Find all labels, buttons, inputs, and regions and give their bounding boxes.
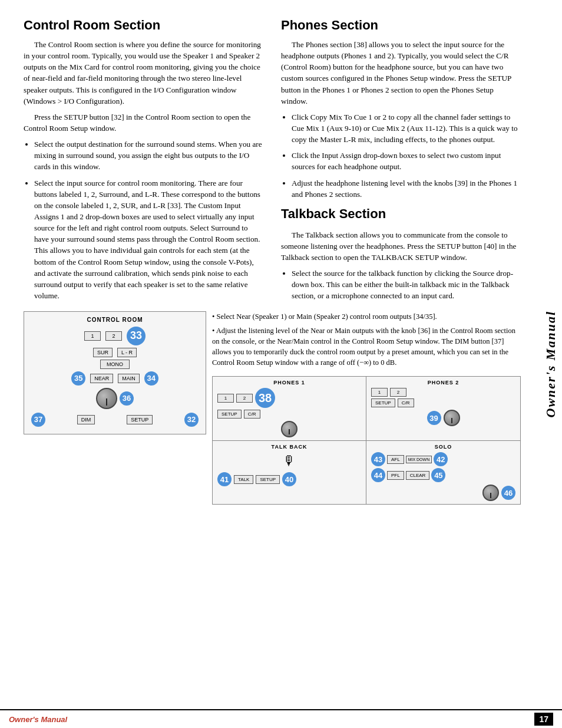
- phones-bullet-3: Adjust the headphone listening level wit…: [292, 177, 521, 200]
- control-room-bullets: Select the output destination for the su…: [34, 139, 263, 301]
- solo-badge-44: 44: [371, 468, 385, 482]
- cr-knob-36[interactable]: [96, 388, 117, 409]
- cr-btn-1[interactable]: 1: [84, 331, 101, 341]
- cr-btn-lr[interactable]: L - R: [117, 348, 137, 357]
- ph2-btn-1[interactable]: 1: [371, 388, 388, 397]
- talkback-solo-row: TALK BACK 🎙 41 TALK SETUP 40 SOLO: [213, 441, 520, 504]
- main-content: Control Room Section The Control Room se…: [24, 18, 544, 307]
- phones1-setup-cr: SETUP C/R: [217, 410, 361, 419]
- control-room-diagram: CONTROL ROOM 1 2 33 SUR L - R MONO: [24, 311, 206, 505]
- phones-outer-diagram: PHONES 1 1 2 38 SETUP C/R: [212, 376, 521, 505]
- control-room-body: The Control Room section is where you de…: [24, 39, 263, 301]
- cr-badge-37: 37: [31, 413, 45, 427]
- cr-row-1-2: 1 2 33: [29, 327, 201, 345]
- tb-badge-41: 41: [217, 472, 232, 486]
- phones-bullet-2: Click the Input Assign drop-down boxes t…: [292, 150, 521, 172]
- cr-btn-main[interactable]: MAIN: [118, 374, 140, 383]
- tb-badge-40: 40: [282, 472, 296, 486]
- phones2-knob[interactable]: [444, 410, 460, 426]
- phones-top-row: PHONES 1 1 2 38 SETUP C/R: [213, 377, 520, 441]
- cr-badge-34: 34: [144, 371, 158, 386]
- phones2-title: PHONES 2: [371, 380, 515, 386]
- cr-btn-dim[interactable]: DIM: [77, 415, 95, 424]
- phones1-title: PHONES 1: [217, 380, 361, 386]
- sidebar-label: Owner's Manual: [540, 0, 562, 728]
- solo-badge-46: 46: [501, 486, 515, 500]
- mic-icon: 🎙: [217, 453, 361, 469]
- diagram-text-bullet-1: • Select Near (Speaker 1) or Main (Speak…: [212, 311, 521, 322]
- phones2-knob-row: 39: [371, 410, 515, 426]
- page-container: Owner's Manual Control Room Section The …: [0, 0, 562, 728]
- diagram-text: • Select Near (Speaker 1) or Main (Speak…: [212, 311, 521, 372]
- solo-pfl-row: 44 PFL CLEAR 45: [371, 468, 515, 482]
- phones-body: The Phones section [38] allows you to se…: [281, 39, 521, 302]
- solo-badge-43: 43: [371, 452, 385, 466]
- cr-badge-36: 36: [120, 391, 134, 406]
- footer-label: Owner's Manual: [9, 715, 67, 724]
- phones2-setup-cr: SETUP C/R: [371, 398, 515, 407]
- control-room-para2: Press the SETUP button [32] in the Contr…: [24, 111, 263, 134]
- ph1-btn-cr[interactable]: C/R: [244, 410, 260, 419]
- right-column: Phones Section The Phones section [38] a…: [281, 18, 521, 307]
- cr-row-dim-setup: 37 DIM SETUP 32: [29, 413, 201, 427]
- control-room-title: Control Room Section: [24, 18, 263, 33]
- solo-btn-afl[interactable]: AFL: [387, 455, 404, 464]
- ph2-btn-cr[interactable]: C/R: [398, 398, 414, 407]
- solo-badge-42: 42: [434, 452, 448, 466]
- phones-bullets: Click Copy Mix To Cue 1 or 2 to copy all…: [292, 111, 521, 200]
- solo-knob-row: 46: [371, 485, 515, 501]
- cr-bullet-1: Select the output destination for the su…: [34, 139, 263, 172]
- ph1-btn-1[interactable]: 1: [217, 394, 234, 403]
- sidebar-text: Owner's Manual: [543, 311, 558, 417]
- phones1-knob[interactable]: [281, 421, 297, 437]
- ph2-btn-2[interactable]: 2: [390, 388, 406, 397]
- solo-btn-mix-down[interactable]: MIX DOWN: [406, 456, 432, 463]
- ph2-btn-setup[interactable]: SETUP: [371, 398, 395, 407]
- ph1-btn-setup[interactable]: SETUP: [217, 410, 242, 419]
- cr-badge-32: 32: [184, 413, 199, 427]
- bottom-area: CONTROL ROOM 1 2 33 SUR L - R MONO: [24, 311, 544, 505]
- solo-cell: SOLO 43 AFL MIX DOWN 42 44 PFL CLEAR: [366, 441, 520, 504]
- tb-btn-talk[interactable]: TALK: [234, 475, 253, 484]
- left-column: Control Room Section The Control Room se…: [24, 18, 263, 307]
- phones-1-cell: PHONES 1 1 2 38 SETUP C/R: [213, 377, 366, 440]
- talkback-title: Talkback Section: [281, 205, 521, 223]
- solo-knob-46[interactable]: [482, 485, 499, 501]
- diagram-text-bullet-2: • Adjust the listening level of the Near…: [212, 325, 521, 368]
- cr-row-sur-lr: SUR L - R: [29, 348, 201, 357]
- cr-btn-near[interactable]: NEAR: [90, 374, 113, 383]
- talkback-para: The Talkback section allows you to commu…: [281, 229, 521, 263]
- cr-bullet-2: Select the input source for control room…: [34, 177, 263, 302]
- footer-page: 17: [534, 713, 553, 726]
- phones-2-cell: PHONES 2 1 2 SETUP C/R 39: [366, 377, 520, 440]
- phones-para1: The Phones section [38] allows you to se…: [281, 39, 521, 107]
- phones1-top-row: 1 2 38: [217, 388, 361, 408]
- cr-badge-35: 35: [71, 371, 85, 386]
- tb-btn-setup[interactable]: SETUP: [256, 475, 280, 484]
- cr-badge-33: 33: [127, 327, 146, 345]
- phones-badge-38: 38: [255, 388, 275, 408]
- footer-bar: Owner's Manual 17: [0, 709, 562, 728]
- talkback-bullets: Select the source for the talkback funct…: [292, 268, 521, 301]
- right-bottom-area: • Select Near (Speaker 1) or Main (Speak…: [206, 311, 521, 505]
- solo-afl-row: 43 AFL MIX DOWN 42: [371, 452, 515, 466]
- cr-diagram-box: CONTROL ROOM 1 2 33 SUR L - R MONO: [24, 311, 206, 434]
- solo-badge-45: 45: [431, 468, 445, 482]
- cr-diagram-title: CONTROL ROOM: [29, 317, 201, 323]
- talkback-diagram-title: TALK BACK: [217, 444, 361, 450]
- phones-badge-39: 39: [427, 411, 441, 425]
- cr-row-mono: MONO: [29, 360, 201, 369]
- ph1-btn-2[interactable]: 2: [236, 394, 253, 403]
- solo-btn-pfl[interactable]: PFL: [387, 471, 404, 480]
- talkback-bullet-1: Select the source for the talkback funct…: [292, 268, 521, 301]
- cr-btn-mono[interactable]: MONO: [100, 360, 130, 369]
- cr-btn-sur[interactable]: SUR: [93, 348, 113, 357]
- cr-btn-2[interactable]: 2: [105, 331, 122, 341]
- solo-btn-clear[interactable]: CLEAR: [406, 471, 430, 480]
- talkback-btn-row: 41 TALK SETUP 40: [217, 472, 361, 486]
- cr-row-knob: 36: [29, 388, 201, 409]
- phones2-top-row: 1 2: [371, 388, 515, 397]
- phones-bullet-1: Click Copy Mix To Cue 1 or 2 to copy all…: [292, 111, 521, 145]
- control-room-para1: The Control Room section is where you de…: [24, 39, 263, 107]
- cr-btn-setup[interactable]: SETUP: [127, 415, 153, 424]
